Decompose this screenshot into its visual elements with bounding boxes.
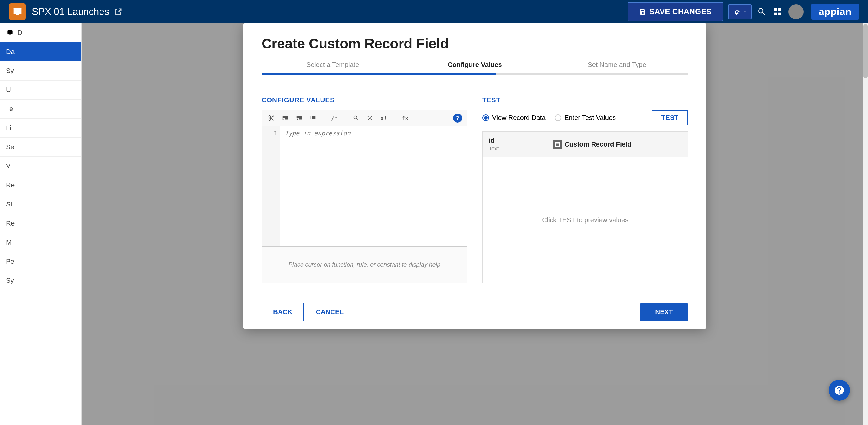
step-2: Configure Values [404,61,546,75]
back-button[interactable]: BACK [261,303,304,321]
gear-icon [733,8,741,16]
next-button[interactable]: NEXT [640,303,688,321]
help-text: Place cursor on function, rule, or const… [288,261,441,268]
test-table-header: id Text Custom Record Field [483,132,688,157]
modal-footer: BACK CANCEL NEXT [244,295,706,329]
svg-rect-1 [15,15,20,16]
app-title: SPX 01 Launches [32,6,123,17]
toolbar-outdent-button[interactable] [294,114,304,122]
toolbar-function-button[interactable]: f× [400,114,409,122]
enter-test-radio[interactable] [555,114,561,121]
sidebar-item-re[interactable]: Re [0,176,81,195]
shuffle-icon [367,115,373,121]
scissors-icon [268,115,275,121]
toolbar-sep-1 [323,114,324,122]
sidebar: D Da Sy U Te Li Se Vi Re SI Re M Pe Sy [0,23,82,425]
toolbar-scissors-button[interactable] [267,114,276,122]
modal-title: Create Custom Record Field [261,35,688,52]
help-icon [834,385,845,396]
save-icon [639,8,646,16]
toolbar-sep-2 [345,114,345,122]
field-icon [553,140,562,149]
toolbar-search-button[interactable] [351,114,361,122]
sidebar-item-m[interactable]: M [0,233,81,252]
test-table: id Text Custom Record Field Cl [483,131,688,283]
app-icon [9,3,26,20]
sidebar-item-sy[interactable]: Sy [0,61,81,81]
modal-overlay: Create Custom Record Field Select a Temp… [82,23,868,425]
sidebar-item-vi[interactable]: Vi [0,157,81,176]
external-link-icon [114,7,123,16]
grid-icon [773,7,782,17]
save-changes-button[interactable]: SAVE CHANGES [627,2,723,21]
sidebar-item-se[interactable]: Se [0,138,81,157]
steps-container: Select a Template Configure Values Set N… [261,61,688,75]
appian-logo: appian [811,4,859,20]
main-area: Create Custom Record Field Select a Temp… [82,23,868,425]
test-table-body: Click TEST to preview values [483,157,688,283]
outdent-icon [296,115,303,121]
svg-rect-2 [16,13,19,15]
database-icon [6,29,14,37]
test-section-title: TEST [483,96,688,104]
search-icon [757,7,767,17]
test-options: View Record Data Enter Test Values TEST [483,110,688,125]
svg-rect-0 [13,8,22,14]
enter-test-values-option[interactable]: Enter Test Values [555,114,616,122]
table-icon [554,141,560,147]
test-button[interactable]: TEST [652,110,688,125]
view-record-radio[interactable] [483,114,489,121]
toolbar-comment-button[interactable]: /* [330,114,339,122]
sidebar-item-u[interactable]: U [0,81,81,100]
sidebar-item-sl[interactable]: SI [0,195,81,214]
avatar[interactable] [788,4,804,19]
sidebar-item-da[interactable]: Da [0,42,81,61]
search-icon [353,115,359,121]
expression-editor: 1 [261,125,467,247]
toolbar-list-button[interactable] [309,114,317,122]
navbar: SPX 01 Launches SAVE CHANGES appian [0,0,868,23]
chevron-down-icon [743,10,747,14]
configure-values-title: CONFIGURE VALUES [261,96,467,104]
test-col-field: Custom Record Field [553,137,682,152]
grid-icon-button[interactable] [770,4,785,20]
sidebar-item-sy2[interactable]: Sy [0,271,81,290]
sidebar-item-li[interactable]: Li [0,119,81,138]
sidebar-item-pe[interactable]: Pe [0,252,81,271]
view-record-data-option[interactable]: View Record Data [483,114,546,122]
sidebar-item-te[interactable]: Te [0,100,81,119]
line-numbers: 1 [262,126,280,247]
test-panel: TEST View Record Data Enter Test Values … [483,96,688,283]
modal-header: Create Custom Record Field Select a Temp… [244,23,706,84]
toolbar-help-button[interactable]: ? [453,114,462,122]
cancel-button[interactable]: CANCEL [310,303,350,321]
test-col-id: id Text [489,137,553,152]
toolbar-shuffle-button[interactable] [365,114,374,122]
expression-input[interactable] [280,126,467,247]
editor-toolbar: /* x! f× [261,110,467,125]
help-panel: Place cursor on function, rule, or const… [261,247,467,283]
search-icon-button[interactable] [754,4,770,20]
sidebar-item-re2[interactable]: Re [0,214,81,233]
toolbar-exclaim-button[interactable]: x! [379,114,388,122]
help-bubble-button[interactable] [829,379,850,401]
list-icon [310,115,316,121]
toolbar-indent-button[interactable] [281,114,290,122]
step-1: Select a Template [261,61,404,75]
sidebar-item-d[interactable]: D [0,23,81,42]
gear-dropdown-button[interactable] [728,4,751,19]
modal-body: CONFIGURE VALUES [244,84,706,295]
configure-values-panel: CONFIGURE VALUES [261,96,467,283]
modal: Create Custom Record Field Select a Temp… [244,23,706,329]
indent-icon [282,115,288,121]
step-3: Set Name and Type [546,61,688,75]
steps-progress-fill [261,73,496,75]
steps-progress-line [261,73,688,75]
